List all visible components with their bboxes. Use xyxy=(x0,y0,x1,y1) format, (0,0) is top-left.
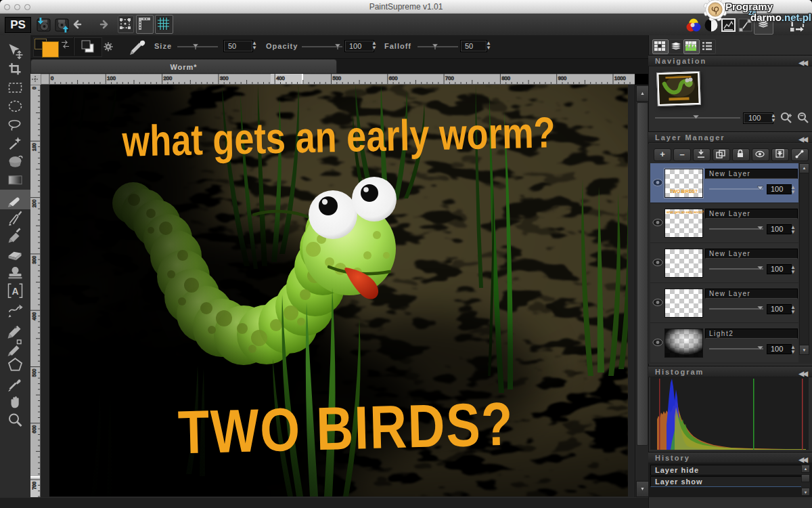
svg-text:0: 0 xyxy=(32,87,37,89)
svg-text:700: 700 xyxy=(32,482,37,490)
svg-text:what gets an early worm?: what gets an early worm? xyxy=(121,108,556,165)
svg-text:200: 200 xyxy=(32,200,37,208)
svg-text:500: 500 xyxy=(333,75,342,81)
svg-text:600: 600 xyxy=(32,425,37,433)
svg-text:300: 300 xyxy=(32,256,37,264)
svg-text:600: 600 xyxy=(389,75,398,81)
svg-text:200: 200 xyxy=(164,75,173,81)
svg-text:900: 900 xyxy=(558,75,567,81)
svg-text:400: 400 xyxy=(32,312,37,320)
svg-text:700: 700 xyxy=(445,75,454,81)
svg-text:800: 800 xyxy=(501,75,510,81)
svg-text:TWO BIRDS?: TWO BIRDS? xyxy=(177,390,514,467)
svg-text:300: 300 xyxy=(220,75,229,81)
svg-text:0: 0 xyxy=(51,75,53,81)
svg-text:100: 100 xyxy=(107,75,116,81)
svg-text:A: A xyxy=(12,286,18,297)
svg-text:100: 100 xyxy=(32,143,37,151)
svg-text:500: 500 xyxy=(32,368,37,377)
svg-text:400: 400 xyxy=(276,75,285,81)
svg-text:1000: 1000 xyxy=(614,75,626,81)
